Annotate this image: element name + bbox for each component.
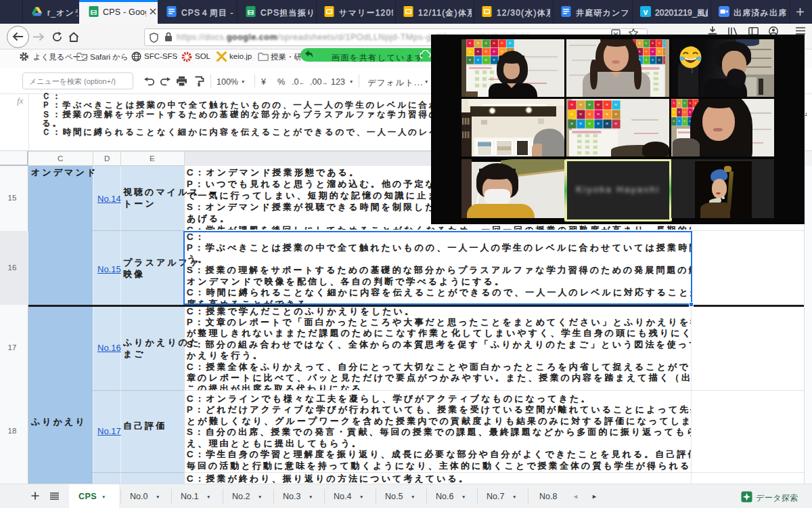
svg-text:v: v — [644, 7, 648, 17]
